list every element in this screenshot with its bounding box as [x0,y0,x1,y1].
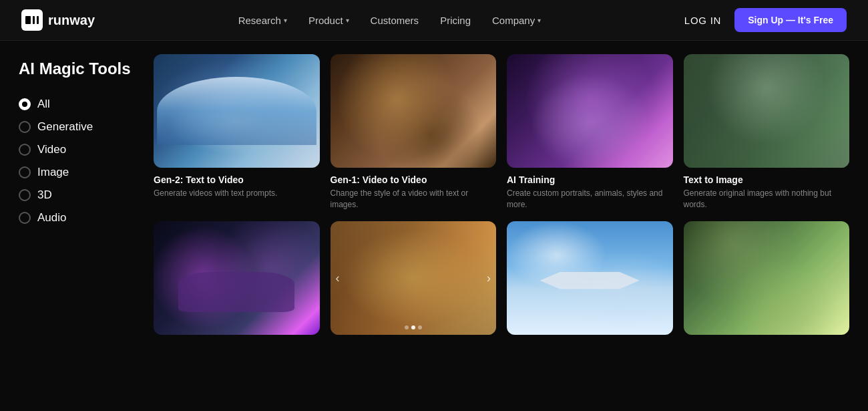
svg-rect-2 [33,16,35,24]
tools-grid: Gen-2: Text to VideoGenerate videos with… [154,54,855,341]
card-image [684,54,850,168]
tool-card[interactable]: Text to ImageGenerate original images wi… [684,54,850,211]
nav-product[interactable]: Product ▾ [308,15,349,26]
header: runway Research ▾ Product ▾ Customers Pr… [0,0,868,41]
carousel-prev-icon[interactable]: ‹ [336,271,340,285]
radio-circle [19,189,31,201]
nav-pricing[interactable]: Pricing [440,15,471,26]
filter-label: Audio [37,211,66,225]
filter-item-all[interactable]: All [19,98,135,111]
nav-customers[interactable]: Customers [371,15,419,26]
tool-card[interactable] [684,221,850,341]
card-title: Gen-2: Text to Video [154,174,320,185]
filter-label: Generative [37,120,93,134]
filter-label: All [37,98,50,111]
filter-item-video[interactable]: Video [19,143,135,156]
svg-rect-1 [25,16,31,24]
filter-list: AllGenerativeVideoImage3DAudio [19,98,135,225]
carousel-next-icon[interactable]: › [487,271,491,285]
radio-circle [19,121,31,133]
carousel-dots [405,325,422,329]
card-description: Create custom portraits, animals, styles… [507,188,673,211]
tool-card[interactable]: Gen-1: Video to VideoChange the style of… [331,54,497,211]
tool-card[interactable] [154,221,320,341]
filter-item-3d[interactable]: 3D [19,188,135,202]
chevron-down-icon: ▾ [537,17,541,24]
signup-button[interactable]: Sign Up — It's Free [734,8,847,32]
carousel-dot [405,325,409,329]
login-button[interactable]: LOG IN [684,15,721,26]
runway-logo-icon [21,9,43,31]
radio-circle [19,166,31,178]
nav-research[interactable]: Research ▾ [238,15,287,26]
card-title: Text to Image [684,174,850,185]
chevron-down-icon: ▾ [284,17,287,24]
tool-card[interactable]: AI TrainingCreate custom portraits, anim… [507,54,673,211]
card-image [154,221,320,335]
sidebar-title: AI Magic Tools [19,59,135,79]
card-image [684,221,850,335]
svg-rect-3 [37,16,39,24]
svg-rect-0 [21,9,43,31]
card-title: Gen-1: Video to Video [331,174,497,185]
card-image: ‹› [331,221,497,335]
radio-circle [19,212,31,224]
main-content: AI Magic Tools AllGenerativeVideoImage3D… [0,41,868,411]
card-title: AI Training [507,174,673,185]
logo[interactable]: runway [21,9,95,31]
tool-card[interactable]: ‹› [331,221,497,341]
tool-card[interactable] [507,221,673,341]
carousel-dot [418,325,422,329]
filter-item-image[interactable]: Image [19,166,135,179]
content-area: Gen-2: Text to VideoGenerate videos with… [154,41,868,411]
radio-circle [19,144,31,156]
card-image [331,54,497,168]
sidebar: AI Magic Tools AllGenerativeVideoImage3D… [0,41,154,411]
carousel-dot [411,325,415,329]
nav-company[interactable]: Company ▾ [492,15,541,26]
logo-text: runway [48,13,95,28]
card-image [154,54,320,168]
radio-circle [19,98,31,110]
filter-label: Video [37,143,66,156]
card-description: Generate videos with text prompts. [154,188,320,199]
card-description: Change the style of a video with text or… [331,188,497,211]
main-nav: Research ▾ Product ▾ Customers Pricing C… [238,15,541,26]
filter-label: Image [37,166,69,179]
filter-label: 3D [37,188,52,202]
card-image [507,221,673,335]
filter-item-generative[interactable]: Generative [19,120,135,134]
header-actions: LOG IN Sign Up — It's Free [684,8,847,32]
filter-item-audio[interactable]: Audio [19,211,135,225]
tool-card[interactable]: Gen-2: Text to VideoGenerate videos with… [154,54,320,211]
card-description: Generate original images with nothing bu… [684,188,850,211]
chevron-down-icon: ▾ [346,17,349,24]
card-image [507,54,673,168]
